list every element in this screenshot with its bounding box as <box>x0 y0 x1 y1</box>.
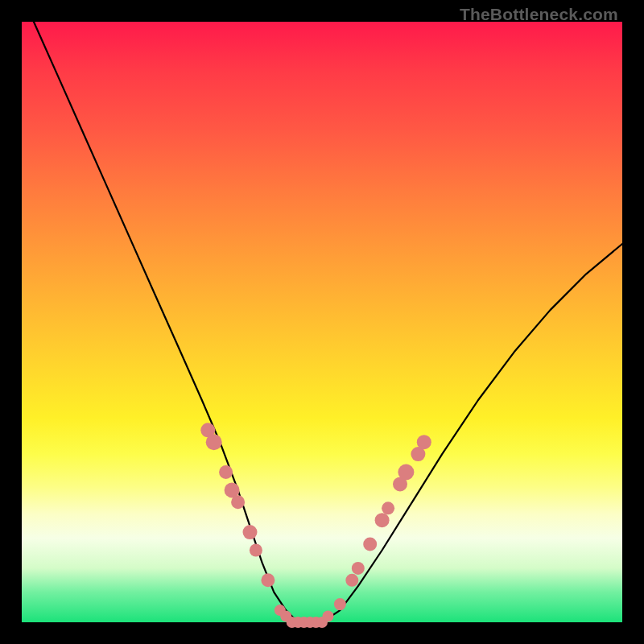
watermark-text: TheBottleneck.com <box>460 5 618 24</box>
chart-frame: TheBottleneck.com <box>0 0 644 644</box>
chart-gradient-bg <box>22 22 622 622</box>
